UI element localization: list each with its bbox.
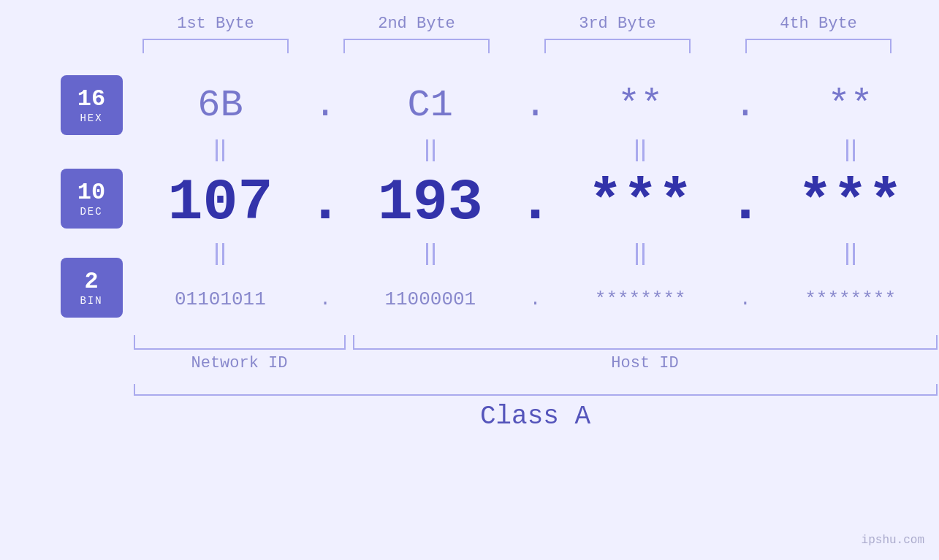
sep-cell-4 <box>764 139 938 161</box>
hex-label: HEX <box>80 112 102 124</box>
bin-label: BIN <box>80 295 102 307</box>
sep-cell-6 <box>343 243 517 265</box>
bin-badge: 2 BIN <box>61 258 123 318</box>
byte-header-2: 2nd Byte <box>336 15 497 33</box>
sep-line <box>426 243 428 265</box>
bin-row: 01101011 . 11000001 . ******** . <box>134 269 938 329</box>
bracket-host <box>353 335 938 350</box>
bin-dot-3: . <box>727 288 764 310</box>
byte-headers: 1st Byte 2nd Byte 3rd Byte 4th Byte <box>115 15 919 33</box>
hex-number: 16 <box>77 86 105 112</box>
id-labels-row: Network ID Host ID <box>134 354 938 372</box>
bin-number: 2 <box>84 269 98 294</box>
sep-line <box>426 139 428 161</box>
dec-row: 107 . 193 . *** . *** <box>134 166 938 239</box>
host-id-label: Host ID <box>353 354 938 372</box>
hex-v3: ** <box>617 84 663 127</box>
sep-line <box>846 243 848 265</box>
sep-row-2 <box>134 239 938 269</box>
hex-row: 6B . C1 . ** . ** <box>134 75 938 135</box>
dec-dot-3: . <box>727 169 764 236</box>
base-column: 16 HEX 10 DEC 2 BIN <box>28 75 123 431</box>
bracket-top-4 <box>745 39 892 53</box>
hex-dot-3: . <box>727 84 764 127</box>
dec-cell-4: *** <box>764 169 938 236</box>
sep-line <box>636 243 638 265</box>
sep-cell-8 <box>764 243 938 265</box>
hex-badge: 16 HEX <box>61 75 123 135</box>
class-label: Class A <box>480 402 590 431</box>
bracket-top-2 <box>343 39 490 53</box>
dec-cell-1: 107 <box>134 169 308 236</box>
top-brackets <box>115 39 919 53</box>
bracket-top-1 <box>142 39 289 53</box>
sep-line <box>222 139 224 161</box>
dec-dot-2: . <box>517 169 554 236</box>
bin-dot-2: . <box>517 288 554 310</box>
sep-line <box>433 243 435 265</box>
class-label-wrapper: Class A <box>134 402 938 431</box>
dec-cell-2: 193 <box>343 169 517 236</box>
dec-v2: 193 <box>378 169 483 236</box>
bin-cell-2: 11000001 <box>343 288 517 310</box>
sep-cell-5 <box>134 243 308 265</box>
dec-v3: *** <box>588 169 693 236</box>
dec-badge: 10 DEC <box>61 169 123 229</box>
bottom-brackets-row <box>134 335 938 350</box>
dec-dot-1: . <box>307 169 343 236</box>
sep-line <box>636 139 638 161</box>
bracket-class <box>134 384 938 396</box>
bin-v3: ******** <box>595 288 686 310</box>
hex-cell-4: ** <box>764 84 938 127</box>
sep-line <box>222 243 224 265</box>
sep-line <box>846 139 848 161</box>
class-section: Class A <box>134 384 938 431</box>
hex-v2: C1 <box>408 84 453 127</box>
sep-line <box>433 139 435 161</box>
bin-v1: 01101011 <box>175 288 266 310</box>
hex-dot-2: . <box>517 84 554 127</box>
hex-dot-1: . <box>307 84 343 127</box>
bracket-top-3 <box>544 39 691 53</box>
byte-header-1: 1st Byte <box>135 15 296 33</box>
bracket-network <box>134 335 346 350</box>
dec-v1: 107 <box>167 169 273 236</box>
bin-v4: ******** <box>805 288 896 310</box>
rows-wrapper: 6B . C1 . ** . ** <box>134 75 938 431</box>
sep-line <box>642 243 645 265</box>
main-container: 1st Byte 2nd Byte 3rd Byte 4th Byte 16 H… <box>0 0 939 560</box>
sep-cell-7 <box>553 243 727 265</box>
sep-cell-2 <box>343 139 517 161</box>
dec-number: 10 <box>77 180 105 205</box>
sep-line <box>642 139 645 161</box>
watermark: ipshu.com <box>862 534 924 547</box>
dec-cell-3: *** <box>553 169 727 236</box>
dec-label: DEC <box>80 206 102 218</box>
bin-dot-1: . <box>307 288 343 310</box>
bin-cell-1: 01101011 <box>134 288 308 310</box>
bin-cell-3: ******** <box>553 288 727 310</box>
byte-header-4: 4th Byte <box>738 15 899 33</box>
hex-cell-2: C1 <box>343 84 517 127</box>
sep-line <box>216 139 218 161</box>
hex-v4: ** <box>827 84 873 127</box>
sep-row-1 <box>134 135 938 166</box>
bin-cell-4: ******** <box>764 288 938 310</box>
bin-v2: 11000001 <box>384 288 476 310</box>
sep-cell-1 <box>134 139 308 161</box>
sep-line <box>853 139 855 161</box>
sep-cell-3 <box>553 139 727 161</box>
network-id-label: Network ID <box>134 354 346 372</box>
hex-cell-1: 6B <box>134 84 308 127</box>
dec-v4: *** <box>798 169 903 236</box>
hex-v1: 6B <box>197 84 243 127</box>
byte-header-3: 3rd Byte <box>537 15 698 33</box>
sep-line <box>216 243 218 265</box>
hex-cell-3: ** <box>553 84 727 127</box>
sep-line <box>853 243 855 265</box>
